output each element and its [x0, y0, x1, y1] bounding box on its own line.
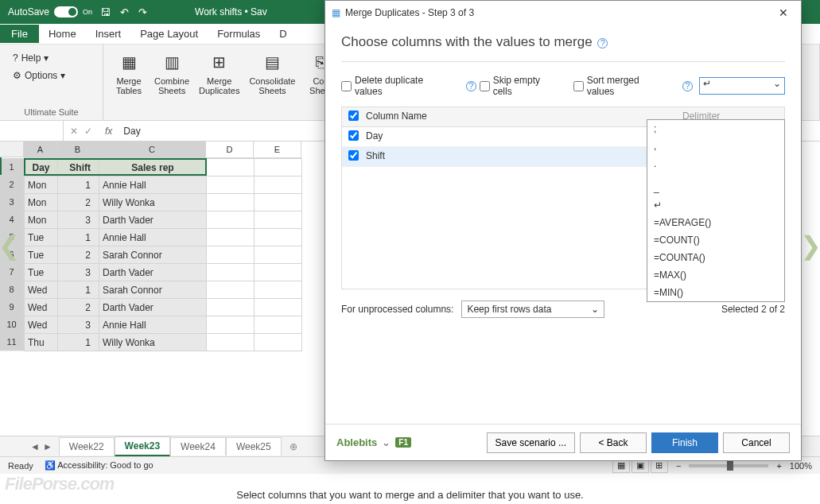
f1-badge[interactable]: F1: [395, 437, 411, 448]
cell[interactable]: Annie Hall: [99, 316, 207, 334]
cell[interactable]: Sales rep: [99, 159, 207, 176]
cell[interactable]: Willy Wonka: [99, 334, 207, 351]
autosave-toggle[interactable]: AutoSave On: [8, 6, 92, 17]
consolidate-button[interactable]: ▤Consolidate Sheets: [246, 48, 298, 97]
menu-d[interactable]: D: [270, 25, 296, 43]
col-header-c[interactable]: C: [99, 142, 206, 158]
cell[interactable]: Willy Wonka: [99, 194, 207, 211]
help-icon[interactable]: ?: [466, 81, 476, 91]
cell[interactable]: Sarah Connor: [99, 281, 207, 299]
back-button[interactable]: < Back: [580, 432, 647, 453]
cell[interactable]: 1: [58, 281, 99, 299]
dropdown-option[interactable]: _: [647, 179, 784, 196]
row-checkbox[interactable]: [348, 150, 359, 161]
row-header[interactable]: 4: [0, 211, 24, 228]
finish-button[interactable]: Finish: [651, 432, 718, 453]
cancel-button[interactable]: Cancel: [723, 432, 790, 453]
prev-icon[interactable]: ◄: [30, 441, 40, 452]
sheet-tab[interactable]: Week24: [170, 437, 226, 456]
column-name-header[interactable]: Column Name: [366, 110, 682, 123]
save-icon[interactable]: 🖫: [100, 6, 111, 18]
dropdown-option[interactable]: =COUNT(): [647, 231, 784, 249]
cell[interactable]: Annie Hall: [99, 229, 207, 246]
row-header[interactable]: 11: [0, 333, 24, 351]
brand[interactable]: Ablebits⌄F1: [336, 436, 411, 448]
cell[interactable]: Wed: [25, 316, 58, 334]
cell[interactable]: Wed: [25, 281, 58, 299]
merge-duplicates-button[interactable]: ⊞Merge Duplicates: [196, 48, 243, 97]
redo-icon[interactable]: ↷: [138, 6, 147, 18]
zoom-in-button[interactable]: +: [776, 461, 781, 471]
row-header[interactable]: 9: [0, 298, 24, 316]
cell[interactable]: Mon: [25, 176, 58, 194]
row-checkbox[interactable]: [348, 130, 359, 141]
col-header-e[interactable]: E: [254, 142, 301, 158]
cell[interactable]: 2: [58, 299, 99, 316]
merge-tables-button[interactable]: ▦Merge Tables: [110, 48, 148, 97]
menu-home[interactable]: Home: [39, 25, 86, 43]
zoom-level[interactable]: 100%: [790, 461, 812, 471]
undo-icon[interactable]: ↶: [120, 6, 129, 18]
cell[interactable]: Day: [25, 159, 58, 176]
tab-nav[interactable]: ◄►: [24, 441, 59, 452]
sheet-tab-active[interactable]: Week23: [115, 436, 170, 456]
cell[interactable]: 1: [58, 176, 99, 194]
sheet-tab[interactable]: Week22: [59, 437, 115, 456]
sort-merged-checkbox[interactable]: Sort merged values: [573, 75, 668, 97]
prev-slide-icon[interactable]: ❮: [0, 231, 20, 261]
cell[interactable]: 1: [58, 334, 99, 351]
row-header[interactable]: 7: [0, 263, 24, 281]
cell[interactable]: Wed: [25, 299, 58, 316]
cell[interactable]: [255, 159, 302, 176]
cell[interactable]: Tue: [25, 229, 58, 246]
cell[interactable]: Sarah Connor: [99, 246, 207, 264]
dropdown-option[interactable]: .: [647, 155, 784, 173]
row-header[interactable]: 1: [0, 158, 24, 176]
dropdown-option[interactable]: ↵: [647, 196, 784, 214]
dropdown-option[interactable]: [647, 173, 784, 179]
menu-insert[interactable]: Insert: [86, 25, 131, 43]
dropdown-option[interactable]: =MAX(): [647, 266, 784, 284]
dropdown-option[interactable]: =AVERAGE(): [647, 214, 784, 231]
dropdown-option[interactable]: ;: [647, 120, 784, 138]
cell[interactable]: 3: [58, 211, 99, 229]
select-all-checkbox[interactable]: [348, 110, 359, 121]
row-header[interactable]: 10: [0, 316, 24, 333]
cell[interactable]: Tue: [25, 264, 58, 281]
name-box[interactable]: [0, 121, 64, 141]
toggle-icon[interactable]: [54, 6, 78, 17]
cell[interactable]: Darth Vader: [99, 211, 207, 229]
cell[interactable]: 2: [58, 194, 99, 211]
zoom-out-button[interactable]: −: [676, 461, 681, 471]
save-scenario-button[interactable]: Save scenario ...: [487, 432, 575, 453]
cell[interactable]: Annie Hall: [99, 176, 207, 194]
cell[interactable]: Thu: [25, 334, 58, 351]
delimiter-dropdown[interactable]: ; , . _ ↵ =AVERAGE() =COUNT() =COUNTA() …: [647, 119, 785, 302]
next-slide-icon[interactable]: ❯: [800, 231, 820, 261]
dropdown-option[interactable]: ,: [647, 138, 784, 155]
add-sheet-button[interactable]: ⊕: [282, 441, 305, 452]
cell[interactable]: 2: [58, 246, 99, 264]
menu-formulas[interactable]: Formulas: [208, 25, 270, 43]
cell[interactable]: Shift: [58, 159, 99, 176]
cell[interactable]: Tue: [25, 246, 58, 264]
combine-sheets-button[interactable]: ▥Combine Sheets: [151, 48, 192, 97]
data-grid[interactable]: DayShiftSales rep Mon1Annie Hall Mon2Wil…: [24, 158, 302, 351]
skip-empty-checkbox[interactable]: Skip empty cells: [480, 75, 561, 97]
fx-icon[interactable]: fx: [99, 126, 119, 137]
cell[interactable]: Darth Vader: [99, 264, 207, 281]
help-button[interactable]: ?Help▾: [10, 51, 93, 65]
zoom-slider[interactable]: [689, 464, 768, 467]
cell[interactable]: [207, 159, 255, 176]
cancel-icon[interactable]: ✕: [70, 126, 78, 137]
delimiter-select[interactable]: ↵⌄: [699, 77, 785, 95]
cell[interactable]: Mon: [25, 211, 58, 229]
cell[interactable]: Darth Vader: [99, 299, 207, 316]
close-button[interactable]: ✕: [772, 6, 795, 19]
col-header-b[interactable]: B: [57, 142, 99, 158]
unprocessed-select[interactable]: Keep first rows data⌄: [461, 300, 604, 318]
accept-icon[interactable]: ✓: [84, 126, 92, 137]
row-header[interactable]: 8: [0, 281, 24, 298]
dropdown-option[interactable]: =MIN(): [647, 284, 784, 301]
col-header-a[interactable]: A: [24, 142, 57, 158]
